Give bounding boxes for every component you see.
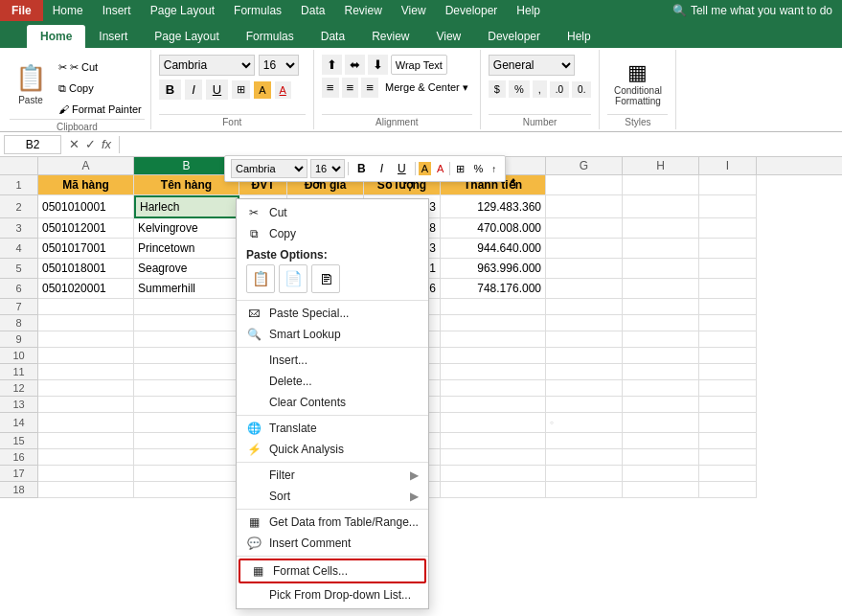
cell[interactable] xyxy=(38,315,134,331)
ctx-get-data[interactable]: ▦ Get Data from Table/Range... xyxy=(237,512,428,533)
mini-bold-button[interactable]: B xyxy=(352,160,372,177)
mini-increase-decimal-button[interactable]: ↑ xyxy=(489,163,499,175)
cell[interactable] xyxy=(546,466,623,482)
cell[interactable] xyxy=(441,315,546,331)
cell[interactable] xyxy=(134,413,239,433)
cell[interactable] xyxy=(134,433,239,449)
file-menu[interactable]: File xyxy=(0,0,43,21)
mini-highlight-button[interactable]: A xyxy=(419,162,431,175)
cell-h1[interactable] xyxy=(623,175,699,195)
cell[interactable] xyxy=(623,331,699,348)
cell-f2[interactable]: 129.483.360 xyxy=(441,195,546,218)
align-top-button[interactable]: ⬆ xyxy=(322,55,342,75)
cell[interactable] xyxy=(699,413,757,433)
cell-i3[interactable] xyxy=(699,218,757,239)
cell[interactable] xyxy=(623,482,699,498)
cell-i2[interactable] xyxy=(699,195,757,218)
cell[interactable] xyxy=(623,380,699,397)
cell[interactable] xyxy=(699,482,757,498)
cell-b3[interactable]: Kelvingrove xyxy=(134,218,239,239)
cell-a5[interactable]: 0501018001 xyxy=(38,259,134,279)
ctx-sort[interactable]: Sort ▶ xyxy=(237,486,428,507)
ctx-clear-contents[interactable]: Clear Contents xyxy=(237,392,428,413)
cell[interactable] xyxy=(38,413,134,433)
cell[interactable] xyxy=(546,433,623,449)
cell[interactable] xyxy=(699,315,757,331)
cell[interactable] xyxy=(699,364,757,380)
cell[interactable] xyxy=(441,348,546,364)
cell[interactable] xyxy=(134,299,239,315)
cell[interactable] xyxy=(134,315,239,331)
ctx-quick-analysis[interactable]: ⚡ Quick Analysis xyxy=(237,439,428,460)
font-color-button[interactable]: A xyxy=(275,81,291,99)
cell[interactable] xyxy=(441,331,546,348)
cell-g4[interactable] xyxy=(546,239,623,259)
ctx-cut[interactable]: ✂ Cut xyxy=(237,202,428,223)
data-menu[interactable]: Data xyxy=(291,0,334,21)
cell[interactable] xyxy=(699,433,757,449)
formula-input[interactable] xyxy=(124,135,838,153)
help-menu[interactable]: Help xyxy=(507,0,550,21)
mini-border-button[interactable]: ⊞ xyxy=(453,162,467,176)
align-middle-button[interactable]: ⬌ xyxy=(345,55,365,75)
decrease-decimal-button[interactable]: 0. xyxy=(572,81,591,98)
cell[interactable] xyxy=(38,380,134,397)
cell-i4[interactable] xyxy=(699,239,757,259)
cell[interactable] xyxy=(699,348,757,364)
tab-file[interactable] xyxy=(0,40,27,48)
cell[interactable] xyxy=(623,433,699,449)
tab-insert[interactable]: Insert xyxy=(85,25,141,48)
cell-g3[interactable] xyxy=(546,218,623,239)
cell[interactable] xyxy=(134,482,239,498)
cell[interactable] xyxy=(546,449,623,466)
cell[interactable] xyxy=(699,449,757,466)
cell-f4[interactable]: 944.640.000 xyxy=(441,239,546,259)
cell-b2[interactable]: Harlech xyxy=(134,195,239,218)
cell[interactable] xyxy=(623,413,699,433)
cell[interactable] xyxy=(623,397,699,413)
cell[interactable] xyxy=(699,380,757,397)
cell[interactable] xyxy=(546,397,623,413)
cell[interactable] xyxy=(699,397,757,413)
merge-center-button[interactable]: Merge & Center ▾ xyxy=(381,80,472,96)
align-bottom-button[interactable]: ⬇ xyxy=(368,55,388,75)
developer-menu[interactable]: Developer xyxy=(436,0,508,21)
cell[interactable] xyxy=(38,482,134,498)
cell[interactable]: ◦ xyxy=(546,413,623,433)
cell-g2[interactable] xyxy=(546,195,623,218)
ctx-delete[interactable]: Delete... xyxy=(237,371,428,392)
tab-review[interactable]: Review xyxy=(358,25,422,48)
cell[interactable] xyxy=(441,466,546,482)
cell-f5[interactable]: 963.996.000 xyxy=(441,259,546,279)
cell-g1[interactable] xyxy=(546,175,623,195)
cell[interactable] xyxy=(38,466,134,482)
name-box[interactable]: B2 xyxy=(4,135,61,154)
ctx-insert-comment[interactable]: 💬 Insert Comment xyxy=(237,533,428,554)
cell[interactable] xyxy=(134,466,239,482)
cell[interactable] xyxy=(38,331,134,348)
mini-size-select[interactable]: 16 xyxy=(310,159,345,178)
view-menu[interactable]: View xyxy=(392,0,436,21)
cut-button[interactable]: ✂ ✂ Cut xyxy=(56,57,145,77)
mini-percent-button[interactable]: % xyxy=(470,162,486,175)
mini-font-select[interactable]: Cambria xyxy=(231,159,307,178)
cell[interactable] xyxy=(38,449,134,466)
cell[interactable] xyxy=(546,364,623,380)
insert-menu[interactable]: Insert xyxy=(93,0,141,21)
align-left-button[interactable]: ≡ xyxy=(322,78,339,98)
tab-view[interactable]: View xyxy=(422,25,474,48)
col-header-a[interactable]: A xyxy=(38,157,134,174)
cell[interactable] xyxy=(38,348,134,364)
cell[interactable] xyxy=(38,364,134,380)
tab-data[interactable]: Data xyxy=(307,25,358,48)
ctx-smart-lookup[interactable]: 🔍 Smart Lookup xyxy=(237,324,428,345)
cell[interactable] xyxy=(134,331,239,348)
bold-button[interactable]: B xyxy=(159,80,181,100)
search-bar[interactable]: 🔍 Tell me what you want to do xyxy=(663,0,842,21)
ctx-paste-icon2[interactable]: 📄 xyxy=(279,264,307,293)
cell[interactable] xyxy=(623,466,699,482)
cell[interactable] xyxy=(38,299,134,315)
tab-help[interactable]: Help xyxy=(554,25,604,48)
percent-button[interactable]: % xyxy=(509,80,530,98)
cell[interactable] xyxy=(38,397,134,413)
